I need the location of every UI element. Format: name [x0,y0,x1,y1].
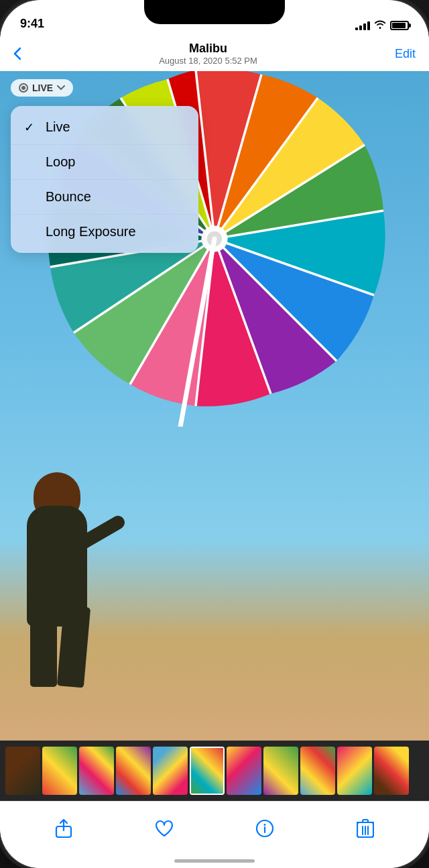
back-button[interactable] [13,47,21,60]
signal-bar-4 [367,21,370,30]
dropdown-item-loop[interactable]: ✓ Loop [11,144,198,179]
nav-title: Malibu [159,42,257,56]
main-content: 9:41 [0,0,429,868]
notch [144,0,285,24]
status-icons [355,19,409,31]
svg-point-22 [264,824,266,826]
info-button[interactable] [248,812,282,845]
dropdown-label-loop: Loop [46,154,76,170]
thumbnail-2[interactable] [42,747,77,795]
dropdown-label-bounce: Bounce [46,189,91,205]
nav-bar: Malibu August 18, 2020 5:52 PM Edit [0,36,429,71]
thumbnail-9[interactable] [300,747,335,795]
wifi-icon [374,19,386,31]
dropdown-label-long-exposure: Long Exposure [46,224,136,239]
live-dropdown-menu: ✓ Live ✓ Loop ✓ Bounce ✓ Long Exposure [11,106,198,253]
checkmark-icon: ✓ [24,120,38,135]
live-indicator-icon [19,83,28,93]
favorite-button[interactable] [147,812,181,845]
thumbnail-1[interactable] [5,747,40,795]
dropdown-item-bounce[interactable]: ✓ Bounce [11,179,198,214]
thumbnail-7[interactable] [227,747,261,795]
person-silhouette [20,472,107,687]
thumbnail-11[interactable] [374,747,409,795]
phone-frame: 9:41 [0,0,429,868]
status-time: 9:41 [20,17,44,31]
thumbnail-3[interactable] [79,747,114,795]
signal-bar-2 [359,25,362,30]
photo-container: LIVE ✓ Live ✓ Loop [0,71,429,741]
signal-bar-3 [363,23,366,30]
signal-bars-icon [355,21,370,30]
bottom-toolbar [0,801,429,868]
thumbnail-10[interactable] [337,747,372,795]
dropdown-item-live[interactable]: ✓ Live [11,110,198,144]
nav-title-group: Malibu August 18, 2020 5:52 PM [159,42,257,66]
thumbnail-6-selected[interactable] [190,747,225,795]
live-text: LIVE [32,83,53,93]
dropdown-label-live: Live [46,119,70,135]
phone-screen: 9:41 [0,0,429,868]
live-badge[interactable]: LIVE [11,79,73,97]
thumbnail-strip [0,741,429,801]
share-button[interactable] [47,812,80,845]
home-indicator [174,859,255,863]
live-chevron-icon [57,84,65,92]
edit-button[interactable]: Edit [395,47,416,61]
battery-icon [390,21,409,30]
thumbnail-8[interactable] [263,747,298,795]
thumbnail-5[interactable] [153,747,188,795]
nav-subtitle: August 18, 2020 5:52 PM [159,56,257,66]
thumbnail-4[interactable] [116,747,151,795]
delete-button[interactable] [349,812,382,845]
dropdown-item-long-exposure[interactable]: ✓ Long Exposure [11,214,198,249]
signal-bar-1 [355,28,358,30]
battery-fill [392,23,406,28]
